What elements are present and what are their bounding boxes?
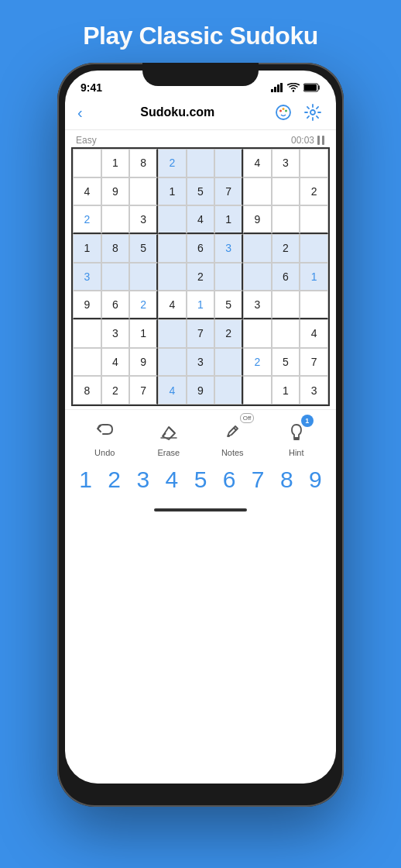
sudoku-cell[interactable]: 9 bbox=[73, 291, 101, 319]
back-button[interactable]: ‹ bbox=[77, 104, 83, 122]
sudoku-cell[interactable] bbox=[158, 205, 187, 234]
sudoku-cell[interactable]: 2 bbox=[101, 376, 130, 405]
sudoku-cell[interactable]: 3 bbox=[214, 234, 243, 263]
sudoku-cell[interactable]: 1 bbox=[300, 263, 328, 291]
sudoku-cell[interactable]: 4 bbox=[73, 177, 101, 206]
number-button[interactable]: 6 bbox=[217, 467, 242, 493]
sudoku-cell[interactable]: 7 bbox=[187, 319, 215, 348]
sudoku-cell[interactable] bbox=[300, 234, 328, 263]
sudoku-cell[interactable]: 3 bbox=[73, 263, 101, 291]
sudoku-cell[interactable]: 8 bbox=[129, 149, 158, 177]
sudoku-cell[interactable] bbox=[214, 263, 243, 291]
sudoku-cell[interactable] bbox=[272, 205, 300, 234]
sudoku-cell[interactable]: 2 bbox=[272, 234, 300, 263]
number-button[interactable]: 4 bbox=[159, 467, 184, 493]
sudoku-cell[interactable]: 1 bbox=[187, 291, 215, 319]
sudoku-cell[interactable]: 2 bbox=[187, 263, 215, 291]
sudoku-cell[interactable] bbox=[158, 348, 187, 377]
sudoku-cell[interactable] bbox=[73, 319, 101, 348]
signal-icon bbox=[271, 83, 283, 92]
sudoku-cell[interactable]: 8 bbox=[73, 376, 101, 405]
number-button[interactable]: 2 bbox=[102, 467, 127, 493]
sudoku-cell[interactable]: 1 bbox=[214, 205, 243, 234]
sudoku-cell[interactable] bbox=[243, 263, 272, 291]
sudoku-cell[interactable] bbox=[243, 319, 272, 348]
hint-tool[interactable]: 1 Hint bbox=[273, 418, 320, 457]
sudoku-cell[interactable]: 3 bbox=[187, 348, 215, 377]
sudoku-cell[interactable] bbox=[158, 319, 187, 348]
sudoku-cell[interactable]: 2 bbox=[214, 319, 243, 348]
sudoku-grid[interactable]: 1824349157223419185632326196241533172449… bbox=[71, 147, 330, 406]
sudoku-cell[interactable]: 4 bbox=[158, 376, 187, 405]
sudoku-cell[interactable] bbox=[214, 149, 243, 177]
number-button[interactable]: 7 bbox=[245, 467, 270, 493]
sudoku-cell[interactable] bbox=[300, 149, 328, 177]
sudoku-cell[interactable] bbox=[158, 234, 187, 263]
sudoku-cell[interactable] bbox=[158, 263, 187, 291]
sudoku-cell[interactable]: 4 bbox=[187, 205, 215, 234]
notes-tool[interactable]: Off Notes bbox=[209, 418, 255, 457]
sudoku-cell[interactable]: 3 bbox=[243, 291, 272, 319]
undo-tool[interactable]: Undo bbox=[81, 418, 128, 457]
sudoku-cell[interactable] bbox=[129, 263, 158, 291]
sudoku-cell[interactable] bbox=[129, 177, 158, 206]
settings-button[interactable] bbox=[302, 102, 324, 123]
sudoku-cell[interactable]: 9 bbox=[129, 348, 158, 377]
sudoku-cell[interactable]: 7 bbox=[214, 177, 243, 206]
sudoku-cell[interactable]: 2 bbox=[73, 205, 101, 234]
sudoku-cell[interactable]: 8 bbox=[101, 234, 130, 263]
sudoku-cell[interactable]: 1 bbox=[129, 319, 158, 348]
sudoku-cell[interactable]: 2 bbox=[129, 291, 158, 319]
sudoku-cell[interactable]: 4 bbox=[243, 149, 272, 177]
sudoku-cell[interactable]: 6 bbox=[187, 234, 215, 263]
sudoku-cell[interactable]: 7 bbox=[300, 348, 328, 377]
sudoku-cell[interactable] bbox=[214, 376, 243, 405]
number-button[interactable]: 1 bbox=[74, 467, 98, 493]
sudoku-cell[interactable] bbox=[272, 177, 300, 206]
sudoku-cell[interactable]: 1 bbox=[101, 149, 130, 177]
sudoku-cell[interactable]: 5 bbox=[214, 291, 243, 319]
sudoku-cell[interactable] bbox=[187, 149, 215, 177]
sudoku-cell[interactable]: 2 bbox=[158, 149, 187, 177]
sudoku-cell[interactable]: 9 bbox=[101, 177, 130, 206]
sudoku-cell[interactable] bbox=[101, 263, 130, 291]
number-button[interactable]: 9 bbox=[303, 467, 327, 493]
sudoku-cell[interactable]: 4 bbox=[158, 291, 187, 319]
number-button[interactable]: 3 bbox=[131, 467, 156, 493]
sudoku-cell[interactable]: 5 bbox=[187, 177, 215, 206]
number-button[interactable]: 8 bbox=[274, 467, 299, 493]
sudoku-cell[interactable] bbox=[272, 291, 300, 319]
sudoku-cell[interactable]: 3 bbox=[300, 376, 328, 405]
sudoku-cell[interactable]: 5 bbox=[129, 234, 158, 263]
sudoku-cell[interactable]: 4 bbox=[300, 319, 328, 348]
sudoku-cell[interactable]: 7 bbox=[129, 376, 158, 405]
sudoku-cell[interactable]: 3 bbox=[101, 319, 130, 348]
sudoku-cell[interactable] bbox=[300, 205, 328, 234]
erase-tool[interactable]: Erase bbox=[146, 418, 192, 457]
sudoku-cell[interactable] bbox=[243, 376, 272, 405]
sudoku-cell[interactable] bbox=[73, 149, 101, 177]
sudoku-cell[interactable]: 6 bbox=[272, 263, 300, 291]
sudoku-cell[interactable] bbox=[272, 319, 300, 348]
number-button[interactable]: 5 bbox=[188, 467, 213, 493]
sudoku-cell[interactable]: 3 bbox=[272, 149, 300, 177]
sudoku-cell[interactable]: 3 bbox=[129, 205, 158, 234]
sudoku-cell[interactable]: 1 bbox=[73, 234, 101, 263]
sudoku-cell[interactable]: 5 bbox=[272, 348, 300, 377]
sudoku-cell[interactable]: 2 bbox=[300, 177, 328, 206]
sudoku-cell[interactable]: 1 bbox=[158, 177, 187, 206]
sudoku-cell[interactable] bbox=[300, 291, 328, 319]
sudoku-cell[interactable]: 6 bbox=[101, 291, 130, 319]
pause-icon[interactable] bbox=[317, 136, 325, 145]
sudoku-cell[interactable] bbox=[101, 205, 130, 234]
sudoku-cell[interactable] bbox=[243, 177, 272, 206]
sudoku-cell[interactable] bbox=[73, 348, 101, 377]
sudoku-cell[interactable]: 2 bbox=[243, 348, 272, 377]
sudoku-cell[interactable]: 9 bbox=[243, 205, 272, 234]
sudoku-cell[interactable]: 9 bbox=[187, 376, 215, 405]
sudoku-cell[interactable] bbox=[243, 234, 272, 263]
sudoku-cell[interactable]: 1 bbox=[272, 376, 300, 405]
sudoku-cell[interactable]: 4 bbox=[101, 348, 130, 377]
palette-button[interactable] bbox=[272, 102, 294, 123]
sudoku-cell[interactable] bbox=[214, 348, 243, 377]
